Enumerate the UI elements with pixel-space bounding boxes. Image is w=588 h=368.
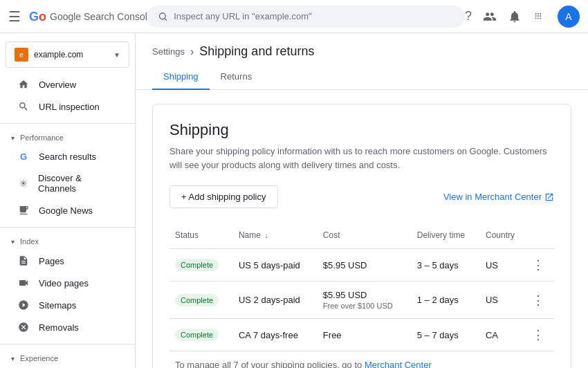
overview-label: Overview xyxy=(39,80,76,90)
google-news-icon xyxy=(17,205,30,216)
dropdown-arrow-icon: ▼ xyxy=(113,51,120,59)
table-body: Complete US 5 days-paid $5.95 USD 3 – 5 … xyxy=(169,249,554,351)
breadcrumb-parent[interactable]: Settings xyxy=(152,46,185,57)
breadcrumb: Settings › Shipping and returns xyxy=(136,33,588,59)
col-cost: Cost xyxy=(318,222,412,249)
footer-text: To manage all 7 of your shipping policie… xyxy=(175,360,365,368)
sidebar-item-google-news[interactable]: Google News xyxy=(0,199,129,221)
status-badge-complete: Complete xyxy=(175,259,219,271)
sidebar-item-overview[interactable]: Overview xyxy=(0,73,129,95)
svg-point-1 xyxy=(160,12,166,19)
sidebar-item-url-inspection[interactable]: URL inspection xyxy=(0,95,129,118)
people-icon[interactable] xyxy=(483,10,497,24)
table-footer: To manage all 7 of your shipping policie… xyxy=(169,351,554,368)
merchant-center-link[interactable]: Merchant Center xyxy=(365,360,432,368)
index-chevron-icon: ▾ xyxy=(11,238,15,246)
nav-section-main: Overview URL inspection xyxy=(0,71,135,120)
row1-menu[interactable]: ⋮ xyxy=(526,249,554,282)
home-icon xyxy=(17,79,30,90)
row3-menu[interactable]: ⋮ xyxy=(526,319,554,351)
sidebar-item-discover[interactable]: ✳ Discover & Channels xyxy=(0,167,129,199)
discover-label: Discover & Channels xyxy=(38,173,118,194)
sidebar-item-pages[interactable]: Pages xyxy=(0,250,129,272)
nav-section-performance: ▾ Performance G Search results ✳ Discove… xyxy=(0,127,135,224)
col-country: Country xyxy=(480,222,526,249)
removals-label: Removals xyxy=(39,322,79,333)
row2-delivery: 1 – 2 days xyxy=(412,282,480,319)
row-menu-icon[interactable]: ⋮ xyxy=(532,328,544,342)
discover-icon: ✳ xyxy=(17,178,30,189)
row3-name: CA 7 days-free xyxy=(233,319,318,351)
index-label: Index xyxy=(20,237,39,246)
row3-status: Complete xyxy=(169,319,233,351)
property-icon: e xyxy=(15,48,28,62)
shipping-card: Shipping Share your shipping policy info… xyxy=(152,104,571,368)
sidebar-item-video-pages[interactable]: Video pages xyxy=(0,272,129,294)
topbar-left: ☰ Google Google Search Console xyxy=(8,8,147,25)
row2-country: US xyxy=(480,282,526,319)
row3-country: CA xyxy=(480,319,526,351)
search-input[interactable] xyxy=(174,11,454,21)
performance-header[interactable]: ▾ Performance xyxy=(0,129,135,146)
topbar: ☰ Google Google Search Console ? xyxy=(0,0,588,33)
external-link-icon xyxy=(544,192,554,202)
performance-label: Performance xyxy=(20,134,64,142)
experience-label: Experience xyxy=(20,354,58,362)
sidebar-item-sitemaps[interactable]: Sitemaps xyxy=(0,294,129,316)
status-badge-complete: Complete xyxy=(175,294,219,306)
tabs: Shipping Returns xyxy=(136,64,588,90)
property-selector[interactable]: e example.com ▼ xyxy=(6,42,129,68)
sidebar-item-search-results[interactable]: G Search results xyxy=(0,146,129,167)
nav-section-experience: ▾ Experience Page Experience Core Web Vi… xyxy=(0,347,135,368)
search-results-label: Search results xyxy=(39,151,96,162)
row2-name: US 2 days-paid xyxy=(233,282,318,319)
pages-label: Pages xyxy=(39,256,64,266)
search-results-icon: G xyxy=(17,151,30,162)
breadcrumb-separator: › xyxy=(190,46,194,58)
col-name[interactable]: Name ↓ xyxy=(233,222,318,249)
menu-icon[interactable]: ☰ xyxy=(8,8,21,25)
index-header[interactable]: ▾ Index xyxy=(0,233,135,250)
col-actions xyxy=(526,222,554,249)
property-name: example.com xyxy=(34,50,108,59)
add-shipping-policy-button[interactable]: + Add shipping policy xyxy=(169,185,278,208)
sidebar-item-removals[interactable]: Removals xyxy=(0,316,129,338)
topbar-right: ? A xyxy=(465,6,580,28)
table-row: Complete CA 7 days-free Free 5 – 7 days … xyxy=(169,319,554,351)
url-inspection-icon xyxy=(17,101,30,112)
url-inspection-label: URL inspection xyxy=(39,102,100,112)
avatar[interactable]: A xyxy=(558,6,580,28)
row2-cost: $5.95 USD Free over $100 USD xyxy=(318,282,412,319)
shipping-description: Share your shipping policy information w… xyxy=(169,145,554,172)
row2-menu[interactable]: ⋮ xyxy=(526,282,554,319)
status-badge-complete: Complete xyxy=(175,329,219,341)
view-merchant-center-link[interactable]: View in Merchant Center xyxy=(443,192,554,202)
col-delivery: Delivery time xyxy=(412,222,480,249)
google-news-label: Google News xyxy=(39,205,93,216)
svg-text:Google: Google xyxy=(29,10,46,24)
removals-icon xyxy=(17,322,30,333)
search-bar[interactable] xyxy=(147,6,465,28)
tab-shipping[interactable]: Shipping xyxy=(152,64,210,90)
nav-section-index: ▾ Index Pages Video pages Sitemaps Rem xyxy=(0,230,135,341)
sidebar: e example.com ▼ Overview URL inspection … xyxy=(0,33,136,368)
view-link-text: View in Merchant Center xyxy=(443,192,542,202)
search-icon xyxy=(158,11,168,22)
apps-icon[interactable] xyxy=(533,10,546,24)
row-menu-icon[interactable]: ⋮ xyxy=(532,293,544,307)
table-row: Complete US 5 days-paid $5.95 USD 3 – 5 … xyxy=(169,249,554,282)
tab-returns[interactable]: Returns xyxy=(210,64,264,90)
table-header: Status Name ↓ Cost Delivery time Country xyxy=(169,222,554,249)
video-pages-label: Video pages xyxy=(39,278,89,288)
google-logo: Google xyxy=(29,8,46,25)
bell-icon[interactable] xyxy=(508,10,522,24)
shipping-table: Status Name ↓ Cost Delivery time Country… xyxy=(169,222,554,351)
experience-chevron-icon: ▾ xyxy=(11,355,15,362)
svg-line-2 xyxy=(165,18,167,20)
table-row: Complete US 2 days-paid $5.95 USD Free o… xyxy=(169,282,554,319)
experience-header[interactable]: ▾ Experience xyxy=(0,350,135,367)
row1-cost: $5.95 USD xyxy=(318,249,412,282)
help-icon[interactable]: ? xyxy=(465,9,472,24)
row-menu-icon[interactable]: ⋮ xyxy=(532,258,544,272)
row3-cost: Free xyxy=(318,319,412,351)
